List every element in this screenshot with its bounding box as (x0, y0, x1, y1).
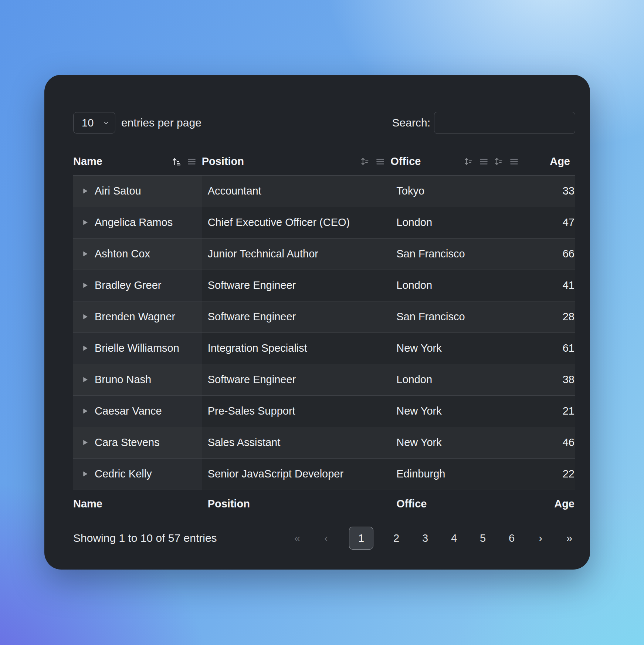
expand-row-icon[interactable] (81, 250, 89, 258)
cell-office: New York (390, 427, 494, 458)
footer-column-name: Name (73, 490, 202, 518)
cell-position: Senior JavaScript Developer (202, 458, 391, 490)
cell-age: 22 (494, 458, 575, 490)
cell-age: 66 (494, 238, 575, 270)
cell-name: Cedric Kelly (95, 468, 152, 480)
cell-position: Accountant (202, 175, 391, 207)
column-menu-icon[interactable] (509, 156, 519, 166)
footer-header-row: Name Position Office Age (73, 490, 575, 518)
column-menu-icon[interactable] (479, 156, 489, 166)
cell-office: Edinburgh (390, 458, 494, 490)
cell-name: Bradley Greer (95, 279, 162, 291)
cell-name: Brielle Williamson (95, 342, 179, 354)
pagination-first-button[interactable]: « (291, 527, 303, 550)
column-header-age[interactable]: Age (494, 148, 575, 175)
cell-office: San Francisco (390, 301, 494, 332)
cell-position: Software Engineer (202, 301, 391, 332)
pagination: « ‹ 1 2 3 4 5 6 › » (291, 527, 575, 550)
entries-info: Showing 1 to 10 of 57 entries (73, 532, 217, 544)
pagination-page-2[interactable]: 2 (390, 527, 402, 550)
cell-position: Software Engineer (202, 364, 391, 395)
sort-icon[interactable] (494, 156, 504, 166)
search-input[interactable] (434, 112, 575, 134)
search-label: Search: (392, 116, 430, 129)
column-header-position[interactable]: Position (202, 148, 391, 175)
table-row: Cedric Kelly Senior JavaScript Developer… (73, 458, 575, 490)
expand-row-icon[interactable] (81, 281, 89, 289)
expand-row-icon[interactable] (81, 313, 89, 321)
cell-age: 28 (494, 301, 575, 332)
cell-age: 46 (494, 427, 575, 458)
cell-age: 21 (494, 395, 575, 427)
pagination-page-1[interactable]: 1 (349, 527, 373, 550)
header-row: Name (73, 148, 575, 175)
pagination-page-4[interactable]: 4 (448, 527, 460, 550)
pagination-next-button[interactable]: › (535, 527, 546, 550)
column-label: Name (73, 155, 102, 168)
expand-row-icon[interactable] (81, 344, 89, 352)
page-length-control: 10 entries per page (73, 112, 201, 134)
table-row: Cara Stevens Sales Assistant New York 46 (73, 427, 575, 458)
pagination-page-5[interactable]: 5 (477, 527, 489, 550)
pagination-last-button[interactable]: » (563, 527, 575, 550)
cell-name: Airi Satou (95, 185, 141, 197)
cell-name: Caesar Vance (95, 405, 162, 417)
cell-age: 41 (494, 270, 575, 301)
cell-position: Sales Assistant (202, 427, 391, 458)
column-label: Age (550, 155, 570, 168)
search-control: Search: (392, 112, 575, 134)
expand-row-icon[interactable] (81, 219, 89, 226)
cell-office: New York (390, 332, 494, 364)
sort-icon[interactable] (360, 156, 370, 166)
cell-age: 47 (494, 207, 575, 238)
page-length-label: entries per page (121, 116, 201, 129)
column-label: Position (202, 155, 244, 168)
cell-office: Tokyo (390, 175, 494, 207)
page-length-select[interactable]: 10 (73, 112, 115, 134)
cell-position: Junior Technical Author (202, 238, 391, 270)
table-row: Caesar Vance Pre-Sales Support New York … (73, 395, 575, 427)
expand-row-icon[interactable] (81, 439, 89, 446)
footer-column-age: Age (494, 490, 575, 518)
column-menu-icon[interactable] (187, 156, 197, 166)
table-row: Airi Satou Accountant Tokyo 33 (73, 175, 575, 207)
cell-age: 38 (494, 364, 575, 395)
cell-name: Ashton Cox (95, 248, 150, 260)
cell-office: London (390, 364, 494, 395)
table-row: Ashton Cox Junior Technical Author San F… (73, 238, 575, 270)
table-row: Bradley Greer Software Engineer London 4… (73, 270, 575, 301)
data-table: Name (73, 148, 575, 518)
cell-position: Software Engineer (202, 270, 391, 301)
expand-row-icon[interactable] (81, 376, 89, 384)
table-row: Brielle Williamson Integration Specialis… (73, 332, 575, 364)
footer-column-office: Office (390, 490, 494, 518)
expand-row-icon[interactable] (81, 407, 89, 415)
page-length-value: 10 (82, 117, 94, 129)
table-row: Bruno Nash Software Engineer London 38 (73, 364, 575, 395)
table-footer-bar: Showing 1 to 10 of 57 entries « ‹ 1 2 3 … (73, 525, 575, 551)
cell-position: Integration Specialist (202, 332, 391, 364)
datatable-card: 10 entries per page Search: Name (44, 75, 590, 570)
cell-office: New York (390, 395, 494, 427)
pagination-page-3[interactable]: 3 (419, 527, 431, 550)
sort-ascending-icon[interactable] (172, 156, 182, 166)
pagination-page-6[interactable]: 6 (506, 527, 518, 550)
cell-office: London (390, 207, 494, 238)
cell-age: 33 (494, 175, 575, 207)
cell-office: San Francisco (390, 238, 494, 270)
expand-row-icon[interactable] (81, 187, 89, 195)
column-label: Office (390, 155, 421, 168)
expand-row-icon[interactable] (81, 470, 89, 478)
table-row: Brenden Wagner Software Engineer San Fra… (73, 301, 575, 332)
cell-position: Pre-Sales Support (202, 395, 391, 427)
cell-name: Brenden Wagner (95, 311, 175, 323)
sort-icon[interactable] (464, 156, 474, 166)
column-menu-icon[interactable] (375, 156, 385, 166)
table-row: Angelica Ramos Chief Executive Officer (… (73, 207, 575, 238)
column-header-name[interactable]: Name (73, 148, 202, 175)
cell-office: London (390, 270, 494, 301)
pagination-previous-button[interactable]: ‹ (320, 527, 332, 550)
column-header-office[interactable]: Office (390, 148, 494, 175)
cell-name: Cara Stevens (95, 436, 160, 449)
chevron-down-icon (102, 119, 110, 126)
